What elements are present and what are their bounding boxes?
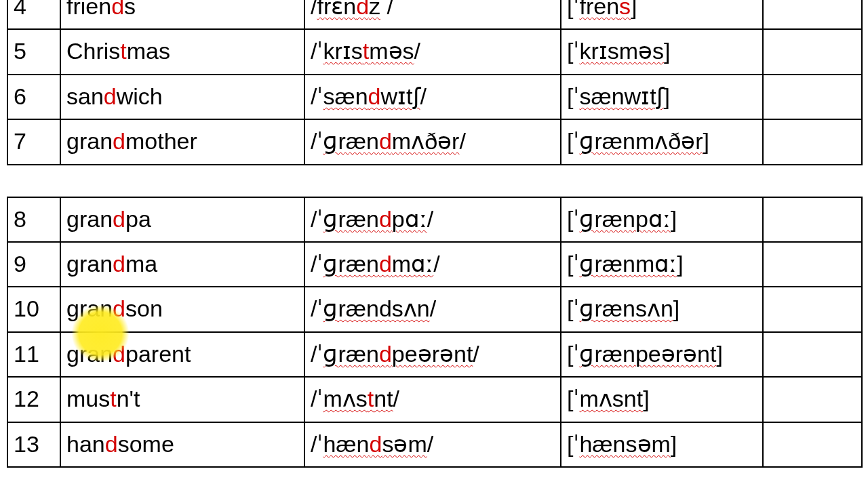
ipa-dictionary-cell: /ˈhændsəm/ bbox=[304, 422, 561, 467]
ipa-spoken-cell: [ˈɡrænsʌn] bbox=[561, 287, 763, 331]
table-row: 12mustn't/ˈmʌstnt/[ˈmʌsnt] bbox=[7, 377, 862, 422]
blank-cell bbox=[763, 287, 862, 331]
phonetics-table-top: 4friends/frɛndz /[ˈfrens]5Christmas/ˈkrɪ… bbox=[7, 0, 863, 165]
word-cell: sandwich bbox=[60, 75, 304, 119]
blank-cell bbox=[763, 119, 862, 164]
word-cell: grandmother bbox=[60, 119, 304, 164]
row-number: 5 bbox=[7, 29, 60, 74]
word-cell: grandson bbox=[60, 287, 304, 331]
blank-cell bbox=[763, 29, 862, 74]
phonetics-table-bottom: 8grandpa/ˈɡrændpɑː/[ˈɡrænpɑː]9grandma/ˈɡ… bbox=[7, 197, 863, 468]
blank-cell bbox=[763, 242, 862, 287]
word-cell: friends bbox=[60, 0, 304, 29]
table-row: 11grandparent/ˈɡrændpeərənt/[ˈɡrænpeərən… bbox=[7, 332, 862, 377]
ipa-spoken-cell: [ˈkrɪsməs] bbox=[561, 29, 763, 74]
word-cell: grandpa bbox=[60, 197, 304, 242]
blank-cell bbox=[763, 197, 862, 242]
row-number: 10 bbox=[7, 287, 60, 331]
ipa-spoken-cell: [ˈfrens] bbox=[561, 0, 763, 29]
ipa-spoken-cell: [ˈsænwɪtʃ] bbox=[561, 75, 763, 119]
ipa-dictionary-cell: /ˈɡrændmʌðər/ bbox=[304, 119, 561, 164]
ipa-spoken-cell: [ˈmʌsnt] bbox=[561, 377, 763, 422]
blank-cell bbox=[763, 332, 862, 377]
row-number: 8 bbox=[7, 197, 60, 242]
ipa-dictionary-cell: /ˈkrɪstməs/ bbox=[304, 29, 561, 74]
table-gap bbox=[0, 165, 868, 197]
table-row: 4friends/frɛndz /[ˈfrens] bbox=[7, 0, 862, 29]
word-cell: grandparent bbox=[60, 332, 304, 377]
row-number: 7 bbox=[7, 119, 60, 164]
ipa-spoken-cell: [ˈɡrænmɑː] bbox=[561, 242, 763, 287]
row-number: 11 bbox=[7, 332, 60, 377]
ipa-spoken-cell: [ˈɡrænpeərənt] bbox=[561, 332, 763, 377]
row-number: 4 bbox=[7, 0, 60, 29]
word-cell: Christmas bbox=[60, 29, 304, 74]
table-row: 6sandwich/ˈsændwɪtʃ/[ˈsænwɪtʃ] bbox=[7, 75, 862, 119]
blank-cell bbox=[763, 377, 862, 422]
ipa-dictionary-cell: /ˈɡrændpeərənt/ bbox=[304, 332, 561, 377]
word-cell: grandma bbox=[60, 242, 304, 287]
table-row: 8grandpa/ˈɡrændpɑː/[ˈɡrænpɑː] bbox=[7, 197, 862, 242]
ipa-spoken-cell: [ˈɡrænmʌðər] bbox=[561, 119, 763, 164]
ipa-dictionary-cell: /ˈmʌstnt/ bbox=[304, 377, 561, 422]
ipa-dictionary-cell: /ˈɡrændpɑː/ bbox=[304, 197, 561, 242]
ipa-dictionary-cell: /ˈɡrændmɑː/ bbox=[304, 242, 561, 287]
row-number: 13 bbox=[7, 422, 60, 467]
row-number: 12 bbox=[7, 377, 60, 422]
blank-cell bbox=[763, 0, 862, 29]
ipa-dictionary-cell: /ˈɡrændsʌn/ bbox=[304, 287, 561, 331]
ipa-spoken-cell: [ˈhænsəm] bbox=[561, 422, 763, 467]
ipa-spoken-cell: [ˈɡrænpɑː] bbox=[561, 197, 763, 242]
table-row: 9grandma/ˈɡrændmɑː/[ˈɡrænmɑː] bbox=[7, 242, 862, 287]
row-number: 9 bbox=[7, 242, 60, 287]
table-row: 13handsome/ˈhændsəm/[ˈhænsəm] bbox=[7, 422, 862, 467]
word-cell: handsome bbox=[60, 422, 304, 467]
ipa-dictionary-cell: /frɛndz / bbox=[304, 0, 561, 29]
blank-cell bbox=[763, 75, 862, 119]
ipa-dictionary-cell: /ˈsændwɪtʃ/ bbox=[304, 75, 561, 119]
table-row: 10grandson/ˈɡrændsʌn/[ˈɡrænsʌn] bbox=[7, 287, 862, 331]
word-cell: mustn't bbox=[60, 377, 304, 422]
blank-cell bbox=[763, 422, 862, 467]
table-row: 7grandmother/ˈɡrændmʌðər/[ˈɡrænmʌðər] bbox=[7, 119, 862, 164]
table-row: 5Christmas/ˈkrɪstməs/[ˈkrɪsməs] bbox=[7, 29, 862, 74]
row-number: 6 bbox=[7, 75, 60, 119]
